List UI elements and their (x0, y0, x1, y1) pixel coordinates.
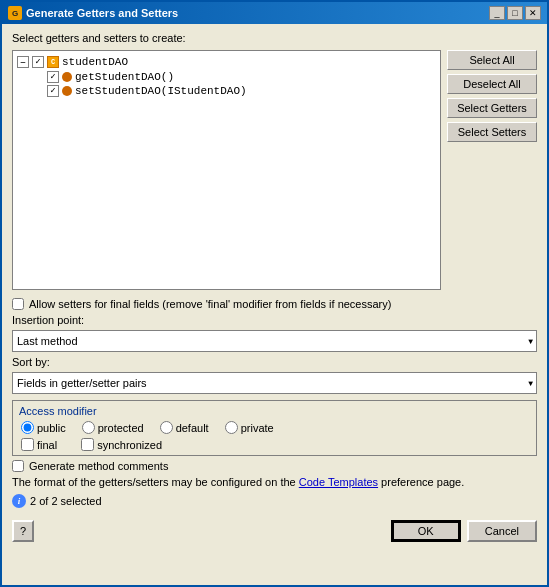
tree-children: getStudentDAO() setStudentDAO(IStudentDA… (17, 70, 436, 98)
description-label: Select getters and setters to create: (12, 32, 537, 44)
tree-item-setter[interactable]: setStudentDAO(IStudentDAO) (47, 84, 436, 98)
dialog-content: Select getters and setters to create: − … (2, 24, 547, 585)
field-icon (62, 72, 72, 82)
info-text-2: preference page. (378, 476, 464, 488)
modifier-extra-row: final synchronized (21, 438, 528, 451)
radio-private-label[interactable]: private (225, 421, 274, 434)
synchronized-checkbox[interactable] (81, 438, 94, 451)
access-radio-row: public protected default private (21, 421, 528, 434)
sort-by-dropdown[interactable]: Fields in getter/setter pairs Alphabetic… (12, 372, 537, 394)
tree-panel[interactable]: − C studentDAO getStudentDAO() (12, 50, 441, 290)
maximize-button[interactable]: □ (507, 6, 523, 20)
main-window: G Generate Getters and Setters _ □ ✕ Sel… (0, 0, 549, 587)
synchronized-label[interactable]: synchronized (81, 438, 162, 451)
cancel-button[interactable]: Cancel (467, 520, 537, 542)
minimize-button[interactable]: _ (489, 6, 505, 20)
class-icon: C (47, 56, 59, 68)
options-section: Allow setters for final fields (remove '… (12, 298, 537, 508)
deselect-all-button[interactable]: Deselect All (447, 74, 537, 94)
radio-private[interactable] (225, 421, 238, 434)
help-button[interactable]: ? (12, 520, 34, 542)
tree-item-getter[interactable]: getStudentDAO() (47, 70, 436, 84)
radio-public-label[interactable]: public (21, 421, 66, 434)
main-area: − C studentDAO getStudentDAO() (12, 50, 537, 290)
window-title: Generate Getters and Setters (26, 7, 178, 19)
getter-checkbox[interactable] (47, 71, 59, 83)
root-label: studentDAO (62, 56, 128, 68)
select-getters-button[interactable]: Select Getters (447, 98, 537, 118)
code-templates-link[interactable]: Code Templates (299, 476, 378, 488)
window-icon: G (8, 6, 22, 20)
access-modifier-title: Access modifier (19, 405, 528, 417)
side-buttons: Select All Deselect All Select Getters S… (447, 50, 537, 290)
button-row: ? OK Cancel (12, 520, 537, 548)
root-checkbox[interactable] (32, 56, 44, 68)
status-row: i 2 of 2 selected (12, 494, 537, 508)
info-icon: i (12, 494, 26, 508)
tree-root-item[interactable]: − C studentDAO (17, 55, 436, 69)
generate-comments-row: Generate method comments (12, 460, 537, 472)
ok-button[interactable]: OK (391, 520, 461, 542)
info-text-row: The format of the getters/setters may be… (12, 476, 537, 488)
allow-final-label: Allow setters for final fields (remove '… (29, 298, 391, 310)
generate-comments-checkbox[interactable] (12, 460, 24, 472)
info-text-1: The format of the getters/setters may be… (12, 476, 299, 488)
setter-label: setStudentDAO(IStudentDAO) (75, 85, 247, 97)
final-checkbox[interactable] (21, 438, 34, 451)
generate-comments-label: Generate method comments (29, 460, 168, 472)
close-button[interactable]: ✕ (525, 6, 541, 20)
tree-root: − C studentDAO getStudentDAO() (17, 55, 436, 98)
sort-by-dropdown-wrapper: Fields in getter/setter pairs Alphabetic… (12, 372, 537, 394)
select-setters-button[interactable]: Select Setters (447, 122, 537, 142)
title-bar: G Generate Getters and Setters _ □ ✕ (2, 2, 547, 24)
radio-default-label[interactable]: default (160, 421, 209, 434)
radio-protected[interactable] (82, 421, 95, 434)
radio-protected-label[interactable]: protected (82, 421, 144, 434)
insertion-point-label: Insertion point: (12, 314, 537, 326)
sort-by-label: Sort by: (12, 356, 537, 368)
spacer (40, 520, 385, 542)
final-label[interactable]: final (21, 438, 57, 451)
allow-final-row: Allow setters for final fields (remove '… (12, 298, 537, 310)
status-text: 2 of 2 selected (30, 495, 102, 507)
select-all-button[interactable]: Select All (447, 50, 537, 70)
insertion-point-dropdown-wrapper: Last method First method After current p… (12, 330, 537, 352)
insertion-point-dropdown[interactable]: Last method First method After current p… (12, 330, 537, 352)
setter-checkbox[interactable] (47, 85, 59, 97)
allow-final-checkbox[interactable] (12, 298, 24, 310)
radio-default[interactable] (160, 421, 173, 434)
radio-public[interactable] (21, 421, 34, 434)
field-icon-2 (62, 86, 72, 96)
access-modifier-group: Access modifier public protected default (12, 400, 537, 456)
getter-label: getStudentDAO() (75, 71, 174, 83)
expand-icon[interactable]: − (17, 56, 29, 68)
window-controls: _ □ ✕ (489, 6, 541, 20)
